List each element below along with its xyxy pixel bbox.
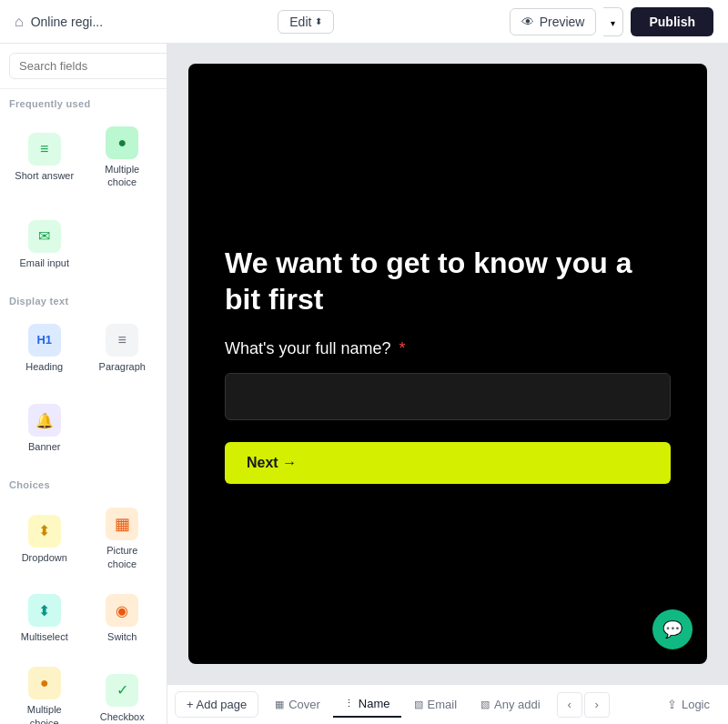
dropdown-icon: ⬍	[28, 515, 61, 548]
chevron-up-down-icon: ⬍	[315, 16, 322, 26]
form-heading: We want to get to know you a bit first	[225, 245, 671, 317]
field-multiselect[interactable]: ⬍ Multiselect	[7, 584, 82, 653]
field-banner[interactable]: 🔔 Banner	[7, 394, 82, 463]
tab-logic[interactable]: ⇪ Logic	[656, 692, 721, 717]
checkbox-label: Checkbox	[100, 710, 145, 723]
email-icon: ✉	[28, 220, 61, 253]
field-dropdown[interactable]: ⬍ Dropdown	[7, 498, 82, 580]
bottom-tabs: + Add page ▦ Cover ⋮ Name ▧ Email ▧ Any …	[167, 684, 728, 724]
choices-grid: ⬍ Dropdown ▦ Picture choice ⬍ Multiselec…	[0, 494, 167, 724]
chat-bubble-icon[interactable]: 💬	[652, 609, 693, 649]
email-tab-label: Email	[428, 698, 458, 711]
sidebar: ✦✦ Frequently used ≡ Short answer ● Mult…	[0, 44, 167, 724]
form-preview: We want to get to know you a bit first W…	[188, 64, 707, 664]
email-tab-icon: ▧	[414, 699, 423, 710]
name-input-field[interactable]	[225, 373, 671, 420]
heading-label: Heading	[25, 360, 63, 373]
tab-navigation: ‹ ›	[557, 692, 610, 718]
display-text-label: Display text	[0, 287, 167, 310]
switch-label: Switch	[107, 630, 136, 643]
picture-choice-label: Picture choice	[92, 544, 154, 570]
tab-any-addi[interactable]: ▧ Any addi	[470, 692, 551, 717]
publish-button[interactable]: Publish	[631, 7, 713, 36]
banner-label: Banner	[28, 440, 60, 453]
share-icon: ⇪	[667, 698, 677, 711]
name-tab-icon: ⋮	[344, 698, 354, 709]
field-short-answer[interactable]: ≡ Short answer	[7, 116, 82, 199]
tab-email[interactable]: ▧ Email	[403, 692, 469, 717]
field-checkbox[interactable]: ✓ Checkbox	[86, 657, 160, 724]
topbar-left: ⌂ Online regi...	[15, 14, 103, 30]
field-multiple-choice[interactable]: ● Multiple choice	[86, 116, 160, 199]
choices-label: Choices	[0, 470, 167, 494]
checkbox-icon: ✓	[106, 674, 138, 707]
email-row: ✉ Email input	[0, 206, 167, 287]
field-multiple-choice-2[interactable]: ● Multiple choice	[7, 657, 82, 724]
multiple-choice-2-icon: ●	[28, 667, 61, 699]
topbar-right: 👁 Preview ▾ Publish	[510, 7, 713, 36]
add-page-button[interactable]: + Add page	[175, 691, 258, 718]
logic-label: Logic	[682, 698, 710, 711]
eye-icon: 👁	[521, 15, 534, 29]
home-icon[interactable]: ⌂	[15, 14, 24, 30]
email-label: Email input	[20, 256, 69, 269]
field-paragraph[interactable]: ≡ Paragraph	[86, 314, 160, 383]
next-button[interactable]: Next →	[225, 442, 671, 484]
preview-button[interactable]: 👁 Preview	[510, 8, 597, 35]
frequently-used-grid: ≡ Short answer ● Multiple choice	[0, 113, 167, 206]
form-question: What's your full name? *	[225, 339, 671, 358]
preview-label: Preview	[540, 15, 585, 29]
multiselect-label: Multiselect	[21, 630, 68, 643]
short-answer-label: Short answer	[15, 169, 74, 182]
cover-tab-label: Cover	[288, 698, 320, 711]
multiple-choice-2-label: Multiple choice	[14, 703, 76, 724]
field-heading[interactable]: H1 Heading	[7, 314, 82, 383]
topbar-center: Edit ⬍	[278, 10, 334, 34]
banner-icon: 🔔	[28, 404, 61, 437]
any-addi-tab-label: Any addi	[494, 698, 541, 711]
topbar: ⌂ Online regi... Edit ⬍ 👁 Preview ▾ Publ…	[0, 0, 728, 44]
required-star: *	[399, 339, 406, 357]
multiple-choice-icon: ●	[106, 126, 138, 159]
frequently-used-label: Frequently used	[0, 89, 167, 113]
preview-dropdown[interactable]: ▾	[603, 7, 623, 36]
tab-next-button[interactable]: ›	[584, 692, 610, 718]
paragraph-icon: ≡	[106, 324, 138, 357]
cover-tab-icon: ▦	[275, 699, 284, 710]
search-row: ✦✦	[0, 44, 167, 89]
switch-icon: ◉	[106, 594, 138, 627]
tab-prev-button[interactable]: ‹	[557, 692, 582, 718]
field-switch[interactable]: ◉ Switch	[86, 584, 160, 653]
field-email-input[interactable]: ✉ Email input	[7, 210, 82, 279]
paragraph-label: Paragraph	[99, 360, 146, 373]
tab-name[interactable]: ⋮ Name	[333, 691, 401, 718]
app-title: Online regi...	[31, 15, 103, 29]
any-addi-tab-icon: ▧	[480, 699, 490, 710]
tab-cover[interactable]: ▦ Cover	[264, 692, 331, 717]
multiple-choice-label: Multiple choice	[92, 163, 154, 189]
display-text-grid: H1 Heading ≡ Paragraph	[0, 310, 167, 390]
banner-row: 🔔 Banner	[0, 390, 167, 470]
canvas-area: We want to get to know you a bit first W…	[167, 44, 728, 724]
multiselect-icon: ⬍	[28, 594, 61, 627]
search-input[interactable]	[9, 53, 167, 79]
chevron-down-icon: ▾	[611, 18, 615, 28]
edit-select[interactable]: Edit ⬍	[278, 10, 334, 34]
dropdown-label: Dropdown	[22, 551, 67, 564]
heading-icon: H1	[28, 324, 61, 357]
main-layout: ✦✦ Frequently used ≡ Short answer ● Mult…	[0, 44, 728, 724]
short-answer-icon: ≡	[28, 133, 61, 166]
canvas-content: We want to get to know you a bit first W…	[167, 44, 728, 684]
name-tab-label: Name	[359, 697, 390, 710]
picture-choice-icon: ▦	[106, 508, 138, 540]
field-picture-choice[interactable]: ▦ Picture choice	[86, 498, 160, 580]
edit-label: Edit	[289, 15, 311, 29]
